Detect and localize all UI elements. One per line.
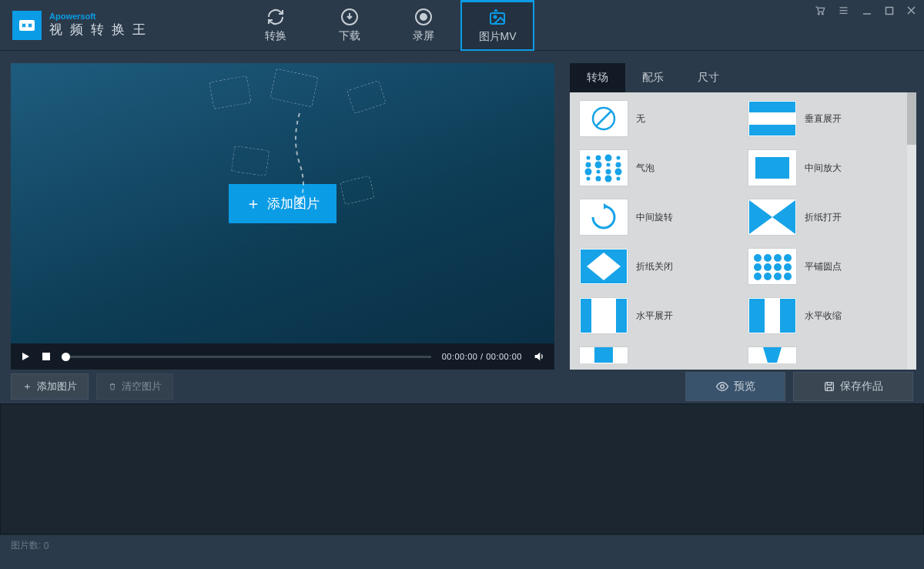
refresh-icon (266, 8, 285, 26)
menu-icon[interactable] (838, 5, 849, 16)
svg-rect-8 (886, 7, 893, 14)
svg-point-22 (585, 169, 592, 176)
tab-download[interactable]: 下载 (313, 0, 387, 51)
effect-item[interactable]: 中间放大 (748, 149, 909, 186)
effect-label: 气泡 (636, 162, 654, 175)
window-controls (814, 5, 916, 16)
side-tab-size[interactable]: 尺寸 (681, 63, 736, 92)
svg-point-14 (587, 156, 591, 160)
tab-record[interactable]: 录屏 (387, 0, 460, 51)
envelope-icon (231, 146, 270, 176)
svg-point-17 (617, 156, 621, 160)
effect-thumb-icon (579, 199, 628, 236)
svg-point-35 (784, 254, 792, 262)
effect-label: 中间放大 (805, 162, 842, 175)
effect-item[interactable]: 垂直展开 (748, 100, 909, 137)
plus-icon: ＋ (246, 193, 261, 214)
effect-item[interactable]: 折纸打开 (748, 199, 909, 236)
content-area: ＋ 添加图片 00:00:00 / 00:00:00 转场 配乐 尺寸 无垂直展… (0, 51, 924, 370)
effect-thumb-icon (579, 346, 628, 363)
add-image-button[interactable]: ＋ 添加图片 (11, 373, 89, 400)
scrollbar-thumb[interactable] (907, 92, 916, 145)
svg-point-18 (586, 162, 591, 168)
side-tab-transition[interactable]: 转场 (570, 63, 625, 92)
tab-convert[interactable]: 转换 (239, 0, 313, 51)
brand-text: Apowersoft (49, 12, 96, 21)
svg-point-29 (617, 177, 621, 181)
maximize-icon[interactable] (885, 6, 894, 15)
plus-icon: ＋ (22, 380, 32, 393)
effect-item[interactable] (579, 346, 740, 363)
envelope-icon (270, 69, 318, 108)
effects-list: 无垂直展开气泡中间放大中间旋转折纸打开折纸关闭平铺圆点水平展开水平收缩 (570, 92, 916, 370)
side-tabs: 转场 配乐 尺寸 (570, 63, 916, 92)
stop-icon[interactable] (42, 352, 51, 361)
svg-rect-12 (749, 102, 795, 112)
toolbar: ＋ 添加图片 清空图片 预览 保存作品 (0, 370, 924, 403)
svg-point-33 (764, 254, 772, 262)
video-controls: 00:00:00 / 00:00:00 (11, 343, 554, 370)
svg-line-11 (596, 111, 611, 126)
progress-bar[interactable] (62, 356, 431, 358)
svg-point-40 (754, 273, 762, 280)
envelope-icon (209, 75, 251, 109)
svg-point-23 (597, 170, 601, 174)
svg-point-5 (494, 15, 497, 18)
titlebar: Apowersoft 视频转换王 转换 下载 录屏 图片MV (0, 0, 924, 51)
svg-point-32 (754, 254, 762, 262)
tab-label: 转换 (265, 29, 286, 43)
effect-thumb-icon (579, 100, 628, 137)
effect-item[interactable]: 无 (579, 100, 740, 137)
cart-icon[interactable] (814, 5, 825, 16)
effect-thumb-icon (748, 248, 797, 285)
effect-thumb-icon (579, 149, 628, 186)
effect-item[interactable]: 中间旋转 (579, 199, 740, 236)
envelope-icon (340, 176, 375, 206)
minimize-icon[interactable] (862, 5, 872, 16)
arrow-icon (288, 109, 311, 209)
effect-thumb-icon (748, 346, 797, 363)
save-icon (823, 380, 835, 393)
svg-rect-13 (749, 125, 795, 136)
side-tab-music[interactable]: 配乐 (625, 63, 681, 92)
download-icon (340, 8, 359, 26)
tab-label: 录屏 (413, 29, 434, 43)
svg-point-38 (774, 263, 782, 271)
svg-point-6 (818, 13, 819, 15)
effect-thumb-icon (748, 297, 797, 334)
svg-rect-45 (616, 299, 627, 333)
effect-item[interactable]: 折纸关闭 (579, 248, 740, 285)
close-icon[interactable] (906, 5, 916, 15)
effect-item[interactable] (748, 346, 909, 363)
effect-item[interactable]: 水平展开 (579, 297, 740, 334)
effect-thumb-icon (579, 248, 628, 285)
timeline-area[interactable] (0, 403, 924, 534)
tab-photo-mv[interactable]: 图片MV (460, 0, 534, 51)
clear-images-button[interactable]: 清空图片 (96, 373, 173, 400)
main-tabs: 转换 下载 录屏 图片MV (239, 0, 534, 51)
record-icon (414, 8, 433, 26)
effect-item[interactable]: 平铺圆点 (748, 248, 909, 285)
svg-point-28 (605, 176, 612, 182)
svg-point-26 (587, 177, 591, 181)
svg-point-20 (607, 163, 611, 167)
preview-button[interactable]: 预览 (685, 372, 785, 401)
effect-item[interactable]: 气泡 (579, 149, 740, 186)
tab-label: 下载 (339, 29, 360, 43)
svg-point-3 (420, 14, 427, 20)
volume-icon[interactable] (533, 350, 545, 363)
save-button[interactable]: 保存作品 (793, 372, 913, 401)
add-image-center-button[interactable]: ＋ 添加图片 (229, 184, 336, 223)
svg-rect-47 (765, 299, 780, 333)
effect-item[interactable]: 水平收缩 (748, 297, 909, 334)
svg-point-43 (784, 273, 792, 280)
side-panel: 转场 配乐 尺寸 无垂直展开气泡中间放大中间旋转折纸打开折纸关闭平铺圆点水平展开… (570, 63, 916, 370)
play-icon[interactable] (20, 351, 31, 362)
eye-icon (715, 380, 729, 393)
effect-thumb-icon (748, 199, 797, 236)
svg-rect-44 (581, 299, 591, 333)
scrollbar-track[interactable] (907, 92, 916, 370)
effect-label: 折纸关闭 (636, 260, 673, 273)
logo-area: Apowersoft 视频转换王 (0, 11, 153, 40)
tab-label: 图片MV (479, 30, 517, 44)
